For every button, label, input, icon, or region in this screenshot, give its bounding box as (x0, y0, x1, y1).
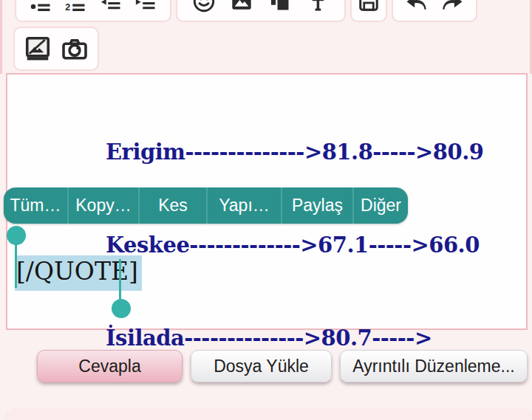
toolbar-group-history (392, 0, 477, 22)
text-rule-icon[interactable] (306, 0, 330, 13)
menu-item-copy[interactable]: Kopy… (67, 187, 138, 224)
text-selection-menu: Tüm… Kopy… Kes Yapı… Paylaş Diğer (4, 187, 408, 224)
outdent-icon[interactable] (100, 0, 122, 13)
toolbar-group-insert (176, 0, 346, 22)
save-icon[interactable] (358, 0, 380, 13)
menu-item-paste[interactable]: Yapı… (206, 187, 281, 224)
quote-line: Erigim-------------->81.8----->80.9 (106, 137, 483, 168)
svg-text:2: 2 (65, 2, 70, 13)
camera-icon[interactable] (61, 35, 88, 62)
quote-line: Keskee------------->67.1----->66.0 (106, 230, 483, 261)
broken-image-icon[interactable] (24, 35, 51, 62)
undo-icon[interactable] (404, 0, 429, 14)
svg-text:1: 1 (65, 0, 70, 1)
selected-text-line: [/QUOTE] (15, 257, 142, 286)
selected-text[interactable]: [/QUOTE] (15, 255, 142, 291)
quote-line: Cansutr------------>80.9-----> (106, 416, 483, 420)
reply-editor-screen: 1 2 (0, 0, 532, 420)
toolbar-group-attach (13, 27, 99, 71)
menu-item-more[interactable]: Diğer (352, 187, 408, 224)
image-icon[interactable] (230, 0, 253, 13)
selection-start-caret (15, 242, 17, 288)
selection-end-caret (119, 259, 121, 301)
bullet-list-icon[interactable] (30, 0, 52, 13)
selection-end-handle[interactable] (112, 299, 131, 318)
emoji-icon[interactable] (192, 0, 216, 13)
quote-line: İsilada-------------->80.7-----> (106, 323, 483, 354)
toolbar-group-save (350, 0, 387, 22)
redo-icon[interactable] (440, 0, 465, 14)
menu-item-select-all[interactable]: Tüm… (4, 187, 67, 224)
menu-item-cut[interactable]: Kes (138, 187, 206, 224)
copy-slides-icon[interactable] (268, 0, 292, 13)
editor-left-border (0, 0, 2, 74)
toolbar-group-lists: 1 2 (15, 0, 171, 22)
selection-start-handle[interactable] (7, 226, 26, 245)
numbered-list-icon[interactable]: 1 2 (64, 0, 86, 13)
menu-item-share[interactable]: Paylaş (281, 187, 352, 224)
quoted-text-block: Erigim-------------->81.8----->80.9 Kesk… (106, 75, 483, 420)
indent-icon[interactable] (134, 0, 157, 13)
